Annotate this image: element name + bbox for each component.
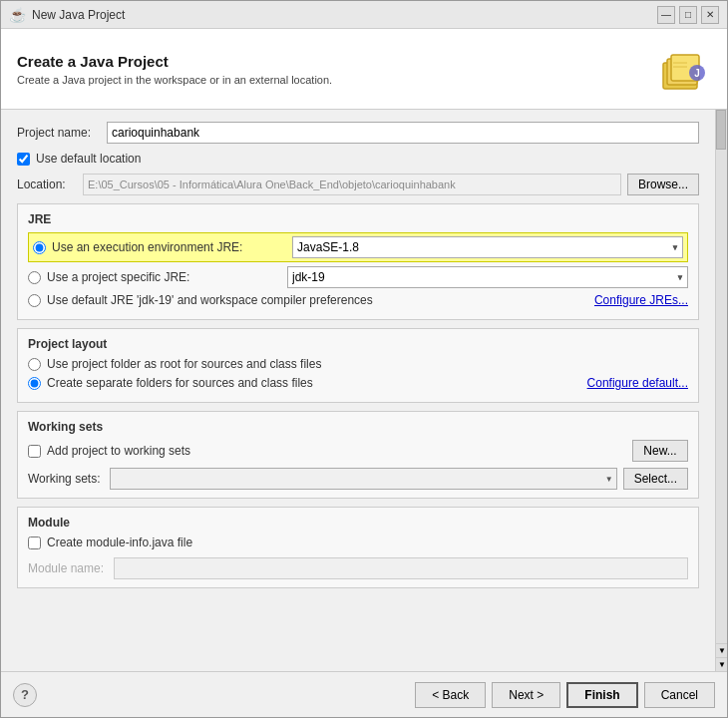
jre-option3-radio[interactable]	[28, 294, 41, 307]
working-sets-section: Working sets Add project to working sets…	[17, 411, 699, 499]
dialog-title: Create a Java Project	[17, 53, 332, 70]
body-scroll-wrapper: Project name: Use default location Locat…	[1, 110, 727, 671]
layout-option1-label[interactable]: Use project folder as root for sources a…	[47, 357, 321, 371]
dialog-header-text: Create a Java Project Create a Java proj…	[17, 53, 332, 86]
project-name-label: Project name:	[17, 126, 107, 140]
jre-option2-row: Use a project specific JRE: jdk-19 jdk-1…	[28, 266, 688, 288]
create-module-label[interactable]: Create module-info.java file	[47, 536, 192, 549]
layout-option2-row: Create separate folders for sources and …	[28, 376, 688, 390]
footer-right: < Back Next > Finish Cancel	[415, 682, 715, 708]
layout-option2-label[interactable]: Create separate folders for sources and …	[47, 376, 313, 390]
working-sets-title: Working sets	[28, 420, 688, 434]
project-name-input[interactable]	[107, 122, 699, 144]
jre-option1-radio[interactable]	[33, 241, 46, 254]
cancel-button[interactable]: Cancel	[644, 682, 715, 708]
create-module-row: Create module-info.java file	[28, 536, 688, 549]
location-label: Location:	[17, 178, 77, 191]
close-button[interactable]: ✕	[701, 6, 719, 24]
dialog-subtitle: Create a Java project in the workspace o…	[17, 74, 332, 86]
scroll-down-arrow2[interactable]: ▼	[716, 657, 727, 671]
window-icon: ☕	[9, 7, 26, 23]
body-content: Project name: Use default location Locat…	[1, 110, 715, 671]
back-button[interactable]: < Back	[415, 682, 486, 708]
project-layout-section: Project layout Use project folder as roo…	[17, 328, 699, 403]
title-bar: ☕ New Java Project — □ ✕	[1, 1, 727, 29]
layout-option2-radio[interactable]	[28, 377, 41, 390]
window-title: New Java Project	[32, 8, 125, 22]
location-row: Location: Browse...	[17, 174, 699, 195]
layout-option1-row: Use project folder as root for sources a…	[28, 357, 688, 371]
jre-option2-radio[interactable]	[28, 271, 41, 284]
finish-button[interactable]: Finish	[566, 682, 637, 708]
working-sets-label: Working sets:	[28, 472, 104, 486]
jre-section-title: JRE	[28, 212, 688, 226]
dialog-header: Create a Java Project Create a Java proj…	[1, 29, 727, 110]
project-name-row: Project name:	[17, 122, 699, 144]
use-default-location-row: Use default location	[17, 152, 699, 166]
layout-option1-radio[interactable]	[28, 358, 41, 371]
project-layout-title: Project layout	[28, 337, 688, 351]
use-default-location-checkbox[interactable]	[17, 153, 30, 166]
jre-option3-content: Use default JRE 'jdk-19' and workspace c…	[28, 293, 373, 307]
header-icon: J	[659, 43, 711, 95]
location-input[interactable]	[83, 174, 621, 195]
working-sets-select[interactable]	[110, 468, 617, 490]
footer-left: ?	[13, 683, 37, 707]
module-name-input[interactable]	[114, 557, 688, 579]
browse-button[interactable]: Browse...	[627, 174, 699, 195]
jre-option1-label[interactable]: Use an execution environment JRE:	[52, 240, 286, 254]
layout-option2-content: Create separate folders for sources and …	[28, 376, 313, 390]
module-name-label: Module name:	[28, 561, 108, 575]
svg-text:J: J	[694, 68, 700, 79]
jre-option1-row: Use an execution environment JRE: JavaSE…	[28, 232, 688, 262]
help-button[interactable]: ?	[13, 683, 37, 707]
title-bar-controls: — □ ✕	[657, 6, 719, 24]
scrollbar-thumb[interactable]	[716, 110, 726, 150]
minimize-button[interactable]: —	[657, 6, 675, 24]
module-title: Module	[28, 516, 688, 530]
jre-option3-label[interactable]: Use default JRE 'jdk-19' and workspace c…	[47, 293, 373, 307]
new-working-set-button[interactable]: New...	[632, 440, 688, 462]
scroll-down-arrow[interactable]: ▼	[716, 643, 727, 657]
add-working-sets-label[interactable]: Add project to working sets	[47, 444, 190, 458]
add-working-sets-checkbox[interactable]	[28, 445, 41, 458]
jre-option3-row: Use default JRE 'jdk-19' and workspace c…	[28, 293, 688, 307]
jre-option1-select[interactable]: JavaSE-1.8 JavaSE-11 JavaSE-17	[292, 236, 683, 258]
configure-default-link[interactable]: Configure default...	[587, 376, 688, 390]
configure-jres-link[interactable]: Configure JREs...	[594, 293, 688, 307]
jre-option2-label[interactable]: Use a project specific JRE:	[47, 270, 281, 284]
create-module-checkbox[interactable]	[28, 537, 41, 549]
use-default-location-label[interactable]: Use default location	[36, 152, 141, 166]
jre-option2-select[interactable]: jdk-19 jdk-17 jdk-11	[287, 266, 688, 288]
next-button[interactable]: Next >	[492, 682, 560, 708]
dialog-body: Project name: Use default location Locat…	[1, 110, 715, 608]
scrollbar-track[interactable]: ▼ ▼	[715, 110, 727, 671]
dialog-window: ☕ New Java Project — □ ✕ Create a Java P…	[0, 0, 728, 718]
module-section: Module Create module-info.java file Modu…	[17, 507, 699, 588]
module-name-row: Module name:	[28, 557, 688, 579]
jre-section: JRE Use an execution environment JRE: Ja…	[17, 203, 699, 320]
select-working-set-button[interactable]: Select...	[623, 468, 688, 490]
title-bar-left: ☕ New Java Project	[9, 7, 125, 23]
dialog-footer: ? < Back Next > Finish Cancel	[1, 671, 727, 717]
maximize-button[interactable]: □	[679, 6, 697, 24]
